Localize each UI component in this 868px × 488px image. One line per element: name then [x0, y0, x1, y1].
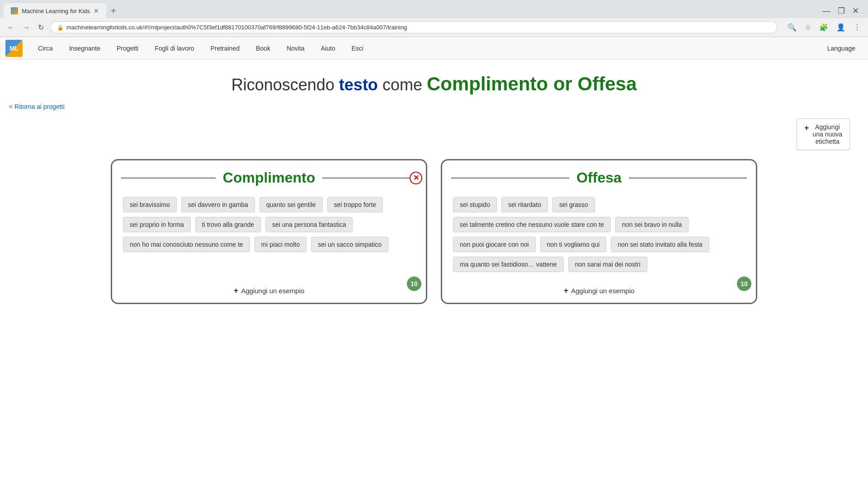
offesa-right-line [629, 178, 747, 178]
nav-pretrained[interactable]: Pretrained [202, 38, 248, 58]
new-tab-button[interactable]: + [106, 4, 121, 18]
browser-chrome: Machine Learning for Kids ✕ + — ❐ ✕ ← → … [0, 0, 868, 37]
list-item: non sei stato invitato alla festa [611, 237, 709, 252]
complimento-right-line [322, 178, 417, 178]
add-label-button[interactable]: + Aggiungi una nuova etichetta [797, 118, 850, 150]
list-item: non sei bravo in nulla [615, 217, 689, 232]
list-item: non ti vogliamo qui [540, 237, 607, 252]
page-content: Riconoscendo testo come Complimento or O… [0, 60, 868, 488]
tab-favicon [11, 7, 18, 14]
list-item: sei ritardato [501, 197, 548, 212]
complimento-count-badge: 10 [407, 277, 421, 291]
browser-toolbar-icons: 🔍 ☆ 🧩 👤 ⋮ [786, 21, 863, 33]
list-item: sei grasso [552, 197, 595, 212]
refresh-button[interactable]: ↻ [36, 21, 46, 33]
lock-icon: 🔒 [57, 24, 64, 31]
complimento-card: Complimento ✕ sei bravissimosei davvero … [111, 159, 427, 304]
tab-close-button[interactable]: ✕ [94, 7, 99, 14]
add-label-text: Aggiungi una nuova etichetta [813, 123, 842, 145]
title-prefix: Riconoscendo [231, 75, 335, 94]
list-item: sei proprio in forma [123, 217, 191, 232]
language-button[interactable]: Language [820, 41, 863, 56]
list-item: ti trovo alla grande [195, 217, 261, 232]
list-item: sei bravissimo [123, 197, 177, 212]
list-item: sei un sacco simpatico [311, 237, 388, 252]
profile-icon[interactable]: 👤 [835, 21, 847, 33]
complimento-add-plus-icon: + [234, 286, 239, 296]
tab-bar: Machine Learning for Kids ✕ + — ❐ ✕ [0, 0, 868, 18]
complimento-delete-button[interactable]: ✕ [410, 172, 422, 184]
complimento-left-line [121, 178, 216, 178]
app-logo: ML [5, 40, 23, 57]
nav-fogli[interactable]: Fogli di lavoro [146, 38, 202, 58]
title-type: testo [339, 75, 378, 94]
list-item: sei troppo forte [327, 197, 383, 212]
offesa-count-badge: 10 [737, 277, 751, 291]
nav-esci[interactable]: Esci [344, 38, 372, 58]
complimento-add-example-button[interactable]: + Aggiungi un esempio [234, 286, 305, 296]
offesa-footer: + Aggiungi un esempio 10 [442, 286, 756, 296]
address-bar: ← → ↻ 🔒 machinelearningforkids.co.uk/#!/… [0, 18, 868, 37]
search-icon[interactable]: 🔍 [786, 21, 798, 33]
offesa-add-example-label: Aggiungi un esempio [571, 287, 634, 295]
window-controls: — ❐ ✕ [822, 6, 864, 16]
offesa-title-bar: Offesa [451, 169, 747, 186]
nav-links: Circa Insegnante Progetti Fogli di lavor… [30, 38, 372, 58]
offesa-left-line [451, 178, 569, 178]
complimento-title: Complimento [216, 169, 322, 186]
title-label: Complimento or Offesa [427, 73, 637, 94]
maximize-button[interactable]: ❐ [838, 6, 845, 16]
offesa-examples-grid: sei stupidosei ritardatosei grassosei ta… [451, 193, 747, 276]
offesa-scroll-area[interactable]: sei stupidosei ritardatosei grassosei ta… [451, 193, 747, 276]
offesa-add-example-button[interactable]: + Aggiungi un esempio [564, 286, 635, 296]
back-button[interactable]: ← [5, 22, 16, 33]
list-item: sei davvero in gamba [181, 197, 255, 212]
complimento-footer: + Aggiungi un esempio 10 [112, 286, 426, 296]
active-tab[interactable]: Machine Learning for Kids ✕ [4, 3, 106, 19]
complimento-scroll-area[interactable]: sei bravissimosei davvero in gambaquanto… [121, 193, 417, 256]
app-nav: ML Circa Insegnante Progetti Fogli di la… [0, 37, 868, 60]
complimento-add-example-label: Aggiungi un esempio [241, 287, 304, 295]
list-item: ma quanto sei fastidioso… vattene [453, 257, 564, 272]
complimento-title-bar: Complimento ✕ [121, 169, 417, 186]
list-item: non puoi giocare con noi [453, 237, 536, 252]
nav-circa[interactable]: Circa [30, 38, 61, 58]
forward-button[interactable]: → [21, 22, 32, 33]
list-item: non sarai mai dei nostri [568, 257, 647, 272]
offesa-card: Offesa sei stupidosei ritardatosei grass… [441, 159, 757, 304]
list-item: mi piaci molto [255, 237, 307, 252]
nav-insegnante[interactable]: Insegnante [61, 38, 108, 58]
menu-icon[interactable]: ⋮ [852, 21, 863, 33]
url-text: machinelearningforkids.co.uk/#!/mlprojec… [66, 24, 407, 31]
offesa-add-plus-icon: + [564, 286, 569, 296]
list-item: sei talmente cretino che nessuno vuole s… [453, 217, 611, 232]
minimize-button[interactable]: — [822, 6, 830, 16]
nav-aiuto[interactable]: Aiuto [313, 38, 344, 58]
title-middle: come [382, 75, 422, 94]
tab-title: Machine Learning for Kids [22, 8, 90, 14]
list-item: sei una persona fantastica [265, 217, 353, 232]
page-title-area: Riconoscendo testo come Complimento or O… [0, 60, 868, 99]
nav-progetti[interactable]: Progetti [108, 38, 146, 58]
bookmark-icon[interactable]: ☆ [803, 21, 813, 33]
list-item: non ho mai conosciuto nessuno come te [123, 237, 250, 252]
extension-icon[interactable]: 🧩 [817, 21, 830, 33]
add-label-plus-icon: + [804, 123, 809, 133]
nav-novita[interactable]: Novita [278, 38, 313, 58]
list-item: quanto sei gentile [259, 197, 323, 212]
back-link[interactable]: < Ritorna ai progetti [0, 99, 74, 114]
url-bar[interactable]: 🔒 machinelearningforkids.co.uk/#!/mlproj… [50, 21, 778, 33]
offesa-title: Offesa [569, 169, 629, 186]
cards-container: Complimento ✕ sei bravissimosei davvero … [0, 155, 868, 318]
list-item: sei stupido [453, 197, 497, 212]
close-button[interactable]: ✕ [852, 6, 859, 16]
nav-book[interactable]: Book [248, 38, 278, 58]
add-label-area: + Aggiungi una nuova etichetta [0, 114, 868, 155]
complimento-examples-grid: sei bravissimosei davvero in gambaquanto… [121, 193, 417, 256]
